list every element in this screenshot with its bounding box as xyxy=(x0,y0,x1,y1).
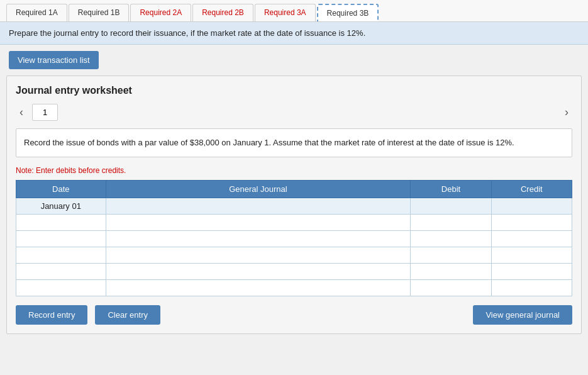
col-header-debit: Debit xyxy=(411,180,491,198)
next-arrow[interactable]: › xyxy=(561,104,572,120)
debit-cell[interactable] xyxy=(411,214,491,230)
record-entry-button[interactable]: Record entry xyxy=(16,305,87,325)
info-bar: Prepare the journal entry to record thei… xyxy=(0,22,588,45)
credit-input[interactable] xyxy=(494,200,569,211)
journal-input[interactable] xyxy=(109,266,408,277)
col-header-date: Date xyxy=(16,180,106,198)
date-cell xyxy=(16,230,106,247)
instruction-text: Record the issue of bonds with a par val… xyxy=(24,138,514,147)
date-cell xyxy=(16,263,106,279)
view-general-journal-button[interactable]: View general journal xyxy=(473,305,572,325)
credit-cell[interactable] xyxy=(491,198,572,214)
journal-input[interactable] xyxy=(109,249,408,260)
prev-arrow[interactable]: ‹ xyxy=(16,104,27,120)
tab-req1b[interactable]: Required 1B xyxy=(69,4,130,21)
journal-cell[interactable] xyxy=(106,198,411,214)
journal-cell[interactable] xyxy=(106,230,411,247)
view-transaction-button[interactable]: View transaction list xyxy=(9,51,99,69)
journal-input[interactable] xyxy=(109,282,408,293)
credit-input[interactable] xyxy=(494,282,569,293)
debit-cell[interactable] xyxy=(411,279,491,296)
col-header-credit: Credit xyxy=(491,180,572,198)
tab-bar: Required 1ARequired 1BRequired 2ARequire… xyxy=(0,0,588,22)
table-row xyxy=(16,214,572,230)
table-row xyxy=(16,230,572,247)
debit-cell[interactable] xyxy=(411,230,491,247)
page-tab: 1 xyxy=(32,104,58,121)
tab-req3b[interactable]: Required 3B xyxy=(317,4,379,21)
credit-cell[interactable] xyxy=(491,214,572,230)
worksheet-container: Journal entry worksheet ‹ 1 › Record the… xyxy=(6,76,582,334)
debit-cell[interactable] xyxy=(411,247,491,263)
table-row xyxy=(16,247,572,263)
credit-input[interactable] xyxy=(494,216,569,228)
worksheet-title: Journal entry worksheet xyxy=(16,85,572,96)
date-cell xyxy=(16,214,106,230)
journal-input[interactable] xyxy=(109,233,408,244)
credit-cell[interactable] xyxy=(491,279,572,296)
table-row xyxy=(16,263,572,279)
debit-input[interactable] xyxy=(413,216,488,228)
tab-req2b[interactable]: Required 2B xyxy=(192,4,253,21)
date-cell: January 01 xyxy=(16,198,106,214)
tab-req2a[interactable]: Required 2A xyxy=(130,4,191,21)
table-row: January 01 xyxy=(16,198,572,214)
debit-input[interactable] xyxy=(413,249,488,260)
credit-cell[interactable] xyxy=(491,263,572,279)
table-row xyxy=(16,279,572,296)
credit-input[interactable] xyxy=(494,249,569,260)
date-cell xyxy=(16,247,106,263)
debit-cell[interactable] xyxy=(411,198,491,214)
tab-req1a[interactable]: Required 1A xyxy=(6,4,67,21)
journal-input[interactable] xyxy=(109,216,408,228)
info-text: Prepare the journal entry to record thei… xyxy=(9,28,365,38)
debit-cell[interactable] xyxy=(411,263,491,279)
journal-cell[interactable] xyxy=(106,263,411,279)
journal-input[interactable] xyxy=(109,200,408,211)
debit-input[interactable] xyxy=(413,282,488,293)
debit-input[interactable] xyxy=(413,233,488,244)
credit-cell[interactable] xyxy=(491,230,572,247)
debit-input[interactable] xyxy=(413,200,488,211)
instruction-box: Record the issue of bonds with a par val… xyxy=(16,128,572,157)
credit-input[interactable] xyxy=(494,266,569,277)
journal-cell[interactable] xyxy=(106,279,411,296)
debit-input[interactable] xyxy=(413,266,488,277)
button-row: Record entry Clear entry View general jo… xyxy=(16,305,572,325)
date-cell xyxy=(16,279,106,296)
clear-entry-button[interactable]: Clear entry xyxy=(95,305,160,325)
credit-input[interactable] xyxy=(494,233,569,244)
note-text: Note: Enter debits before credits. xyxy=(16,166,572,175)
journal-table: Date General Journal Debit Credit Januar… xyxy=(16,180,572,296)
col-header-journal: General Journal xyxy=(106,180,411,198)
credit-cell[interactable] xyxy=(491,247,572,263)
tab-req3a[interactable]: Required 3A xyxy=(255,4,316,21)
journal-cell[interactable] xyxy=(106,214,411,230)
journal-cell[interactable] xyxy=(106,247,411,263)
nav-row: ‹ 1 › xyxy=(16,104,572,121)
